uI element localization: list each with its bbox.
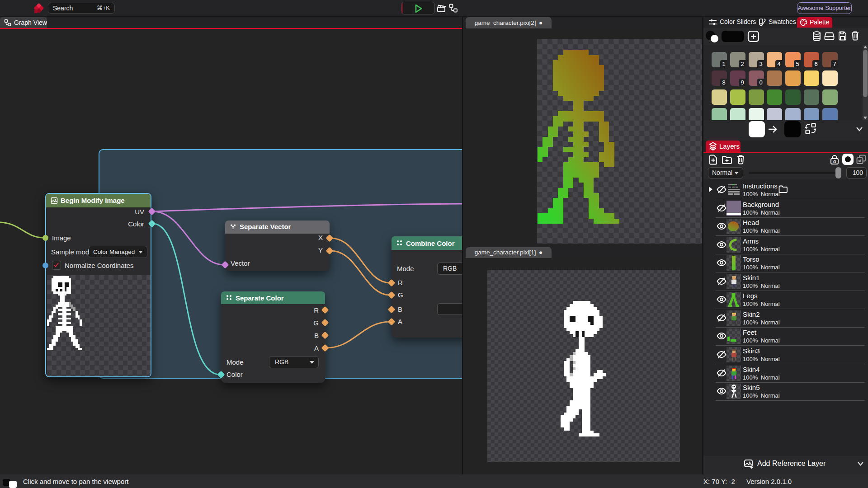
svg-text:α: α (833, 159, 836, 164)
